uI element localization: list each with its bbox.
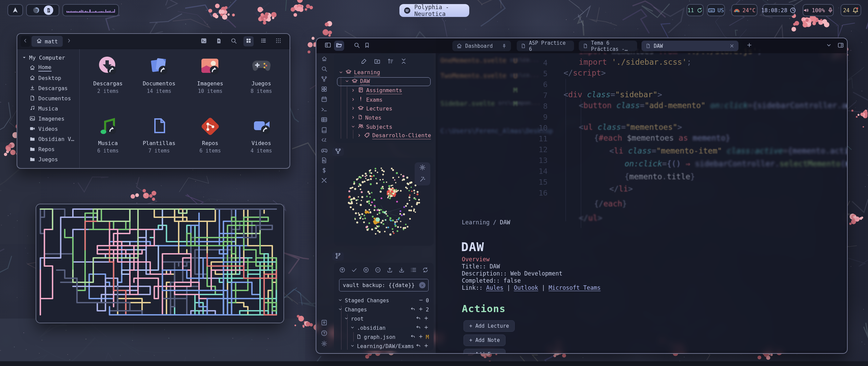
ribbon-table-button[interactable] xyxy=(320,116,329,125)
ribbon-help-button[interactable] xyxy=(320,329,329,338)
new-file-button[interactable] xyxy=(214,36,224,46)
undo-icon[interactable] xyxy=(416,325,421,331)
tree-item-subjects[interactable]: Subjects xyxy=(351,123,392,131)
sidebar-item-descargas[interactable]: Descargas xyxy=(17,83,79,94)
folder-juegos[interactable]: Juegos8 items xyxy=(236,53,287,113)
git-plus-circle-button[interactable] xyxy=(362,267,370,274)
graph-panel-tab[interactable] xyxy=(332,147,344,156)
new-note-button[interactable] xyxy=(360,57,369,66)
folder-musica[interactable]: Musica6 items xyxy=(82,113,134,169)
git-row--obsidian[interactable]: .obsidian xyxy=(350,324,386,332)
git-check-button[interactable] xyxy=(351,267,358,274)
sidebar-item-obsidian-v-[interactable]: Obsidian V… xyxy=(17,134,79,144)
tab-daw[interactable]: DAW xyxy=(642,41,738,51)
tree-item-exams[interactable]: Exams xyxy=(351,96,382,104)
ribbon-grid-button[interactable] xyxy=(320,85,329,94)
git-commit-up-button[interactable] xyxy=(339,267,346,274)
tab-dashboard[interactable]: Dashboard xyxy=(452,41,511,51)
ribbon-gamepad-button[interactable] xyxy=(320,146,329,155)
bookmark-button[interactable] xyxy=(362,41,372,51)
ribbon-calendar-button[interactable] xyxy=(320,96,329,104)
stage-plus-icon[interactable] xyxy=(423,343,429,350)
tab-tema-6-pr-cticas-[interactable]: Tema 6 Prácticas -… xyxy=(579,41,637,51)
grid-view-button[interactable] xyxy=(243,36,254,46)
terminal-button[interactable] xyxy=(199,36,209,46)
sidebar-item-documentos[interactable]: Documentos xyxy=(17,94,79,104)
folder-descargas[interactable]: Descargas2 items xyxy=(82,53,134,113)
ribbon-home-button[interactable] xyxy=(320,55,329,64)
sidebar-item-juegos[interactable]: Juegos xyxy=(17,155,79,165)
folder-videos[interactable]: Videos4 items xyxy=(236,113,287,169)
ribbon-code-template-button[interactable] xyxy=(320,136,329,145)
audio-visualizer-pill[interactable] xyxy=(62,4,119,16)
filter-wand-icon[interactable] xyxy=(419,176,426,184)
sidebar-header[interactable]: My Computer xyxy=(17,53,79,63)
tree-item-desarrollo-cliente[interactable]: Desarrollo-Cliente xyxy=(357,132,431,140)
unstage-icon[interactable] xyxy=(418,298,423,304)
close-icon[interactable] xyxy=(729,43,734,48)
stage-plus-icon[interactable] xyxy=(418,306,423,313)
status-pill-weather[interactable]: 24°C xyxy=(731,4,757,16)
collapse-button[interactable] xyxy=(399,57,408,66)
git-panel-tab[interactable] xyxy=(332,252,344,261)
git-minus-circle-button[interactable] xyxy=(374,267,382,274)
tab-asp-practice-6[interactable]: ASP Practice 6 xyxy=(517,41,574,51)
tree-item-assignments[interactable]: Assignments xyxy=(351,86,402,95)
ribbon-vault-button[interactable] xyxy=(320,319,329,328)
status-pill-updates[interactable]: 11 xyxy=(687,4,704,16)
sidebar-item-desktop[interactable]: Desktop xyxy=(17,73,79,83)
add-lecture-button[interactable]: + Add Lecture xyxy=(463,320,515,332)
sidebar-item-home[interactable]: Home xyxy=(17,63,79,73)
git-download-button[interactable] xyxy=(398,267,406,274)
pin-icon[interactable] xyxy=(501,43,507,49)
launcher-button[interactable] xyxy=(7,4,23,16)
commit-message-input[interactable]: vault backup: {{date}} ✕ xyxy=(339,279,429,291)
list-view-button[interactable] xyxy=(258,36,269,46)
note-editor-pane[interactable]: Learning/DAW DAW Overview Title:: DAW De… xyxy=(438,53,846,351)
sidebar-item-imagenes[interactable]: Imagenes xyxy=(17,114,79,124)
tree-item-daw[interactable]: DAW xyxy=(345,78,370,86)
search-button[interactable] xyxy=(352,41,362,51)
git-row-learning-daw-exams[interactable]: Learning/DAW/Exams xyxy=(350,342,414,350)
sidebar-item-musica[interactable]: Musica xyxy=(17,104,79,114)
status-pill-clock[interactable]: 18:08:28 xyxy=(763,4,795,16)
search-button[interactable] xyxy=(229,36,239,46)
clear-icon[interactable]: ✕ xyxy=(419,282,426,288)
firefox-icon[interactable] xyxy=(32,6,40,14)
sidebar-item-repos[interactable]: Repos xyxy=(17,144,79,155)
new-folder-button[interactable] xyxy=(373,57,382,66)
stage-plus-icon[interactable] xyxy=(423,325,429,331)
stage-plus-icon[interactable] xyxy=(418,334,423,341)
undo-icon[interactable] xyxy=(410,306,416,313)
stage-plus-icon[interactable] xyxy=(423,316,429,322)
git-row-staged-changes[interactable]: Staged Changes xyxy=(338,297,389,305)
breadcrumb-item[interactable]: Learning xyxy=(462,219,490,226)
git-row-root[interactable]: root xyxy=(344,315,363,323)
undo-icon[interactable] xyxy=(416,343,421,350)
folder-plantillas[interactable]: Plantillas7 items xyxy=(134,113,185,169)
ribbon-search-button[interactable] xyxy=(320,65,329,74)
git-row-changes[interactable]: Changes xyxy=(338,306,367,314)
status-pill-volume[interactable]: 100% xyxy=(803,4,834,16)
ribbon-terminal-button[interactable] xyxy=(320,106,329,115)
folder-imagenes[interactable]: Imagenes10 items xyxy=(185,53,236,113)
ribbon-book-button[interactable] xyxy=(320,126,329,135)
add-note-button[interactable]: + Add Note xyxy=(463,334,506,346)
folder-button[interactable] xyxy=(334,41,344,51)
note-link-microsoft-teams[interactable]: Microsoft Teams xyxy=(549,284,601,291)
folder-documentos[interactable]: Documentos14 items xyxy=(134,53,185,113)
sidebar-toggle-button[interactable] xyxy=(323,41,333,51)
active-workspace[interactable] xyxy=(44,5,53,15)
add-exam-button[interactable]: + Add Exam xyxy=(463,349,506,354)
workspaces-pill[interactable] xyxy=(26,4,59,16)
ribbon-gear-button[interactable] xyxy=(320,340,329,349)
ribbon-file-scan-button[interactable] xyxy=(320,157,329,165)
ribbon-tools-button[interactable] xyxy=(320,177,329,186)
media-player-pill[interactable]: Polyphia - Neurotica xyxy=(399,4,469,17)
sidebar-item-videos[interactable]: Videos xyxy=(17,124,79,134)
git-upload-button[interactable] xyxy=(386,267,394,274)
tree-item-lectures[interactable]: Lectures xyxy=(351,105,392,113)
status-pill-notifications[interactable]: 24 xyxy=(841,4,861,16)
git-row-graph-json[interactable]: graph.json xyxy=(356,333,395,341)
git-list-button[interactable] xyxy=(410,267,417,274)
